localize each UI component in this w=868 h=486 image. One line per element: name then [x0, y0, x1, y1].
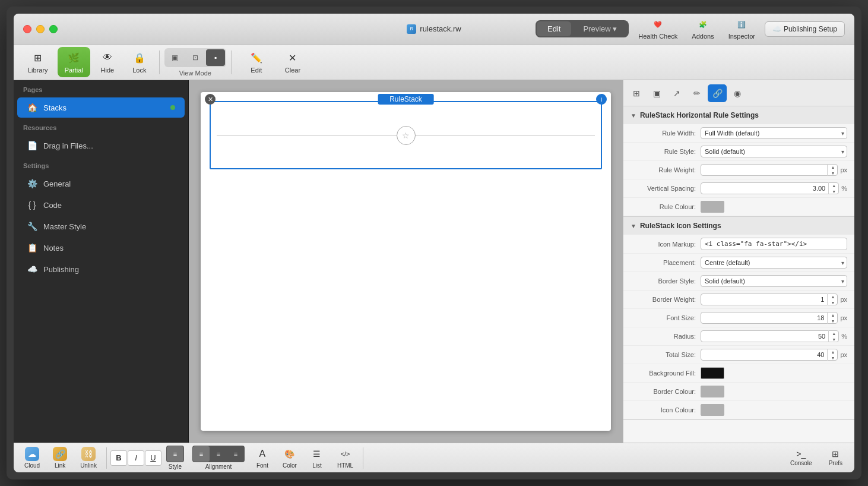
partial-button[interactable]: 🌿 Partial: [58, 47, 90, 77]
icon-colour-swatch[interactable]: [701, 404, 724, 416]
placement-select[interactable]: Centre (default): [701, 257, 847, 269]
insp-link-button[interactable]: 🔗: [708, 84, 727, 102]
inspector-panel: ⊞ ▣ ↗ ✏ 🔗 ◉ ▼ RuleStack Horizontal Rule …: [623, 80, 854, 443]
rule-weight-down[interactable]: ▼: [828, 170, 838, 176]
rule-colour-label: Rule Colour:: [631, 203, 696, 210]
align-center-button[interactable]: ≡: [210, 446, 227, 462]
rulestack-widget[interactable]: ✕ RuleStack i ☆: [210, 101, 602, 169]
rule-style-select[interactable]: Solid (default): [701, 146, 847, 157]
radius-down[interactable]: ▼: [829, 336, 839, 342]
view-mode-3-button[interactable]: ▪: [206, 49, 225, 66]
border-style-select[interactable]: Solid (default): [701, 275, 847, 287]
font-icon: A: [255, 447, 270, 461]
view-mode-1-button[interactable]: ▣: [166, 49, 185, 66]
radius-input[interactable]: [701, 330, 839, 342]
border-style-control: Solid (default): [701, 275, 847, 287]
font-button[interactable]: A Font: [249, 444, 275, 471]
italic-button[interactable]: I: [128, 450, 144, 466]
widget-info-button[interactable]: i: [596, 94, 607, 105]
border-weight-down[interactable]: ▼: [828, 299, 838, 305]
rule-width-select[interactable]: Full Width (default): [701, 127, 847, 139]
insp-circle-button[interactable]: ◉: [728, 84, 747, 102]
cloud-button[interactable]: ☁ Cloud: [18, 444, 46, 471]
library-button[interactable]: ⊞ Library: [21, 47, 55, 77]
vertical-spacing-wrapper: ▲ ▼: [701, 182, 839, 194]
radius-row: Radius: ▲ ▼ %: [623, 327, 854, 346]
rule-weight-up[interactable]: ▲: [828, 164, 838, 170]
border-weight-input[interactable]: [701, 294, 838, 305]
sidebar-item-master-style[interactable]: 🔧 Master Style: [17, 216, 185, 236]
style-button-1[interactable]: ≡: [167, 446, 183, 462]
rule-colour-swatch[interactable]: [701, 201, 724, 213]
border-weight-up[interactable]: ▲: [828, 294, 838, 299]
sidebar-item-stacks[interactable]: 🏠 Stacks: [17, 97, 185, 118]
minimize-button[interactable]: [36, 25, 45, 33]
toolbar-separator-1: [159, 51, 160, 74]
inspector-button[interactable]: ℹ️ Inspector: [724, 16, 760, 42]
sidebar-item-code[interactable]: { } Code: [17, 195, 185, 215]
unlink-button[interactable]: ⛓ Unlink: [74, 444, 103, 471]
html-button[interactable]: </> HTML: [331, 444, 359, 471]
placement-control: Centre (default): [701, 257, 847, 269]
widget-close-button[interactable]: ✕: [205, 94, 216, 105]
heart-icon: ❤️: [651, 18, 664, 31]
horizontal-rule-header[interactable]: ▼ RuleStack Horizontal Rule Settings: [623, 106, 854, 124]
health-check-button[interactable]: ❤️ Health Check: [633, 16, 682, 42]
clear-button[interactable]: ✕ Clear: [277, 47, 309, 77]
vertical-spacing-down[interactable]: ▼: [829, 188, 839, 194]
hide-button[interactable]: 👁 Hide: [93, 47, 122, 77]
bold-button[interactable]: B: [110, 450, 127, 466]
view-mode-2-button[interactable]: ⊡: [186, 49, 205, 66]
sidebar-item-publishing[interactable]: ☁️ Publishing: [17, 259, 185, 279]
vertical-spacing-input[interactable]: [701, 182, 839, 194]
background-fill-swatch[interactable]: [701, 367, 724, 379]
edit-icon: ✏️: [249, 51, 264, 65]
console-button[interactable]: >_ Console: [783, 447, 819, 469]
master-style-icon: 🔧: [27, 221, 37, 232]
preview-mode-button[interactable]: Preview ▾: [572, 21, 628, 36]
align-right-button[interactable]: ≡: [227, 446, 244, 462]
font-size-input[interactable]: [701, 312, 838, 324]
alignment-buttons: ≡ ≡ ≡: [192, 446, 245, 462]
sidebar-item-general[interactable]: ⚙️ General: [17, 173, 185, 194]
rule-style-label: Rule Style:: [631, 148, 696, 155]
insp-layout-button[interactable]: ▣: [647, 84, 666, 102]
edit-button[interactable]: ✏️ Edit: [241, 47, 272, 77]
color-button[interactable]: 🎨 Color: [277, 444, 303, 471]
total-size-input[interactable]: [701, 349, 838, 361]
icon-markup-input[interactable]: [701, 238, 847, 250]
addons-button[interactable]: 🧩 Addons: [687, 16, 718, 42]
lock-button[interactable]: 🔒 Lock: [125, 47, 154, 77]
font-size-down[interactable]: ▼: [828, 318, 838, 324]
icon-settings-section: ▼ RuleStack Icon Settings Icon Markup: P…: [623, 217, 854, 420]
insp-pen-button[interactable]: ✏: [688, 84, 707, 102]
icon-settings-header[interactable]: ▼ RuleStack Icon Settings: [623, 217, 854, 235]
sidebar-item-notes[interactable]: 📋 Notes: [17, 238, 185, 258]
edit-mode-button[interactable]: Edit: [537, 21, 571, 36]
prefs-button[interactable]: ⊞ Prefs: [822, 447, 850, 469]
publishing-setup-icon: ☁️: [772, 25, 781, 33]
close-button[interactable]: [23, 25, 31, 33]
list-button[interactable]: ☰ List: [304, 444, 330, 471]
vertical-spacing-up[interactable]: ▲: [829, 182, 839, 188]
link-button[interactable]: 🔗 Link: [47, 444, 73, 471]
publishing-setup-button[interactable]: ☁️ Publishing Setup: [765, 21, 845, 37]
sidebar-item-drag-files[interactable]: 📄 Drag in Files...: [17, 135, 185, 156]
underline-button[interactable]: U: [145, 450, 161, 466]
insp-grid-button[interactable]: ⊞: [627, 84, 646, 102]
font-size-up[interactable]: ▲: [828, 312, 838, 318]
center-inspector-wrapper: ✕ RuleStack i ☆ ⊞ ▣ ↗: [189, 80, 854, 443]
rule-weight-input[interactable]: [701, 164, 838, 176]
maximize-button[interactable]: [49, 25, 58, 33]
placement-label: Placement:: [631, 259, 696, 266]
total-size-up[interactable]: ▲: [828, 349, 838, 355]
drag-files-icon: 📄: [27, 140, 37, 151]
border-style-select-wrapper: Solid (default): [701, 275, 847, 287]
background-fill-row: Background Fill:: [623, 364, 854, 383]
canvas-area[interactable]: ✕ RuleStack i ☆: [201, 92, 611, 431]
insp-cursor-button[interactable]: ↗: [667, 84, 686, 102]
total-size-down[interactable]: ▼: [828, 355, 838, 361]
radius-up[interactable]: ▲: [829, 330, 839, 336]
border-colour-swatch[interactable]: [701, 386, 724, 397]
align-left-button[interactable]: ≡: [193, 446, 210, 462]
